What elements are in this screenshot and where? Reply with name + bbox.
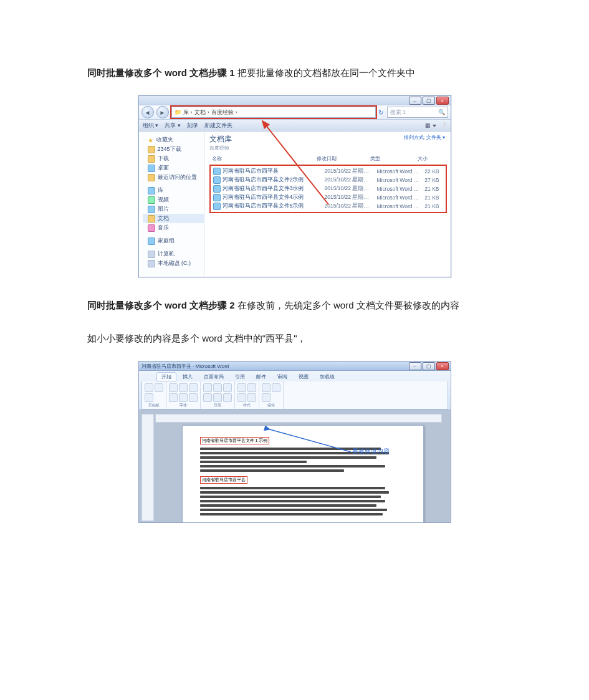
file-name: 河南省驻马店市西平县	[223, 168, 325, 175]
minimize-button[interactable]: –	[409, 97, 421, 105]
view-icon[interactable]: ▦	[425, 122, 436, 128]
nav-fav-1[interactable]: 下载	[143, 154, 204, 163]
ribbon-group-label: 剪贴板	[144, 403, 164, 408]
ribbon-tab[interactable]: 邮件	[251, 372, 271, 381]
file-date: 2015/10/22 星期…	[325, 176, 377, 184]
word-maximize-button[interactable]: ▢	[423, 362, 435, 370]
ribbon-button[interactable]	[262, 383, 271, 392]
col-type[interactable]: 类型	[370, 155, 418, 162]
nav-computer[interactable]: 计算机	[143, 249, 204, 259]
callout-label: 要被修改内容	[352, 447, 390, 456]
ribbon-tab[interactable]: 引用	[230, 372, 250, 381]
crumb-0[interactable]: 库	[183, 108, 189, 117]
ribbon-button[interactable]	[145, 393, 153, 402]
nav-lib-documents[interactable]: 文档	[143, 214, 204, 223]
ribbon-button[interactable]	[237, 383, 246, 392]
ribbon-tab[interactable]: 开始	[156, 372, 176, 381]
file-type: Microsoft Word …	[377, 177, 422, 183]
word-minimize-button[interactable]: –	[409, 362, 421, 370]
ribbon-button[interactable]	[189, 383, 198, 392]
file-type: Microsoft Word …	[377, 168, 422, 175]
newfolder-button[interactable]: 新建文件夹	[204, 122, 232, 130]
file-date: 2015/10/22 星期…	[325, 203, 377, 210]
file-size: 21 KB	[422, 186, 443, 192]
refresh-icon[interactable]: ↻	[378, 109, 385, 115]
ribbon-group: 编辑	[259, 381, 284, 409]
file-name: 河南省驻马店市西平县文件3示例	[223, 185, 325, 193]
nav-back-button[interactable]: ◄	[141, 106, 154, 118]
ribbon-group: 段落	[201, 381, 235, 409]
nav-libraries[interactable]: 库	[143, 186, 204, 195]
ribbon-button[interactable]	[247, 383, 256, 392]
ribbon-button[interactable]	[179, 393, 188, 402]
crumb-2[interactable]: 百度经验	[211, 108, 234, 117]
address-bar[interactable]: 📁 库› 文档› 百度经验›	[171, 107, 376, 118]
help-icon[interactable]: ❔	[440, 122, 447, 128]
nav-fav-2[interactable]: 桌面	[143, 163, 204, 173]
computer-icon	[148, 251, 155, 258]
col-size[interactable]: 大小	[418, 155, 446, 162]
doc-heading-2: 河南省驻马店市西平县	[200, 476, 247, 484]
ribbon-group-label: 样式	[237, 403, 257, 408]
ribbon-button[interactable]	[262, 393, 271, 402]
maximize-button[interactable]: ▢	[423, 97, 435, 105]
ribbon-body: 剪贴板字体段落样式编辑	[141, 381, 448, 410]
nav-fav-0[interactable]: 2345下载	[143, 145, 204, 154]
ribbon-button[interactable]	[223, 393, 232, 402]
burn-button[interactable]: 刻录	[187, 122, 198, 130]
col-name[interactable]: 名称	[212, 155, 317, 162]
search-input[interactable]: 搜索 1 🔍	[387, 107, 448, 118]
column-headers: 名称 修改日期 类型 大小	[204, 151, 451, 163]
ribbon-button[interactable]	[237, 393, 246, 402]
file-size: 27 KB	[422, 177, 443, 183]
file-row[interactable]: 河南省驻马店市西平县文件5示例2015/10/22 星期…Microsoft W…	[212, 202, 444, 211]
sort-dropdown[interactable]: 排列方式: 文件夹 ▾	[404, 134, 445, 141]
step1-bold: 同时批量修改多个 word 文档步骤 1	[87, 67, 235, 78]
nav-drive-c[interactable]: 本地磁盘 (C:)	[143, 259, 204, 268]
word-close-button[interactable]: ×	[436, 362, 449, 370]
ribbon-button[interactable]	[203, 393, 212, 402]
nav-lib-videos[interactable]: 视频	[143, 195, 204, 204]
word-title-text: 河南省驻马店市西平县 - Microsoft Word	[141, 363, 229, 370]
ribbon-button[interactable]	[223, 383, 232, 392]
ribbon-button[interactable]	[155, 383, 163, 392]
word-doc-icon	[213, 194, 221, 201]
word-screenshot: 河南省驻马店市西平县 - Microsoft Word – ▢ × 开始插入页面…	[138, 361, 451, 523]
ribbon-tab[interactable]: 视图	[294, 372, 314, 381]
ribbon-button[interactable]	[189, 393, 198, 402]
organize-button[interactable]: 组织 ▾	[143, 122, 159, 130]
ribbon-tab[interactable]: 加载项	[315, 372, 340, 381]
ribbon-button[interactable]	[203, 383, 212, 392]
col-date[interactable]: 修改日期	[317, 155, 370, 162]
folder-icon	[148, 155, 155, 163]
ribbon-tab[interactable]: 插入	[178, 372, 198, 381]
nav-favorites[interactable]: ★收藏夹	[143, 135, 204, 145]
file-size: 22 KB	[422, 168, 443, 175]
ribbon-button[interactable]	[145, 383, 153, 392]
nav-forward-button[interactable]: ►	[156, 106, 169, 118]
ribbon-button[interactable]	[272, 383, 280, 392]
explorer-screenshot: – ▢ × ◄ ► 📁 库› 文档› 百度经验› ↻ 搜索 1 🔍 组织 ▾ 共…	[138, 95, 451, 277]
folder-icon	[148, 146, 155, 153]
crumb-1[interactable]: 文档	[194, 108, 206, 117]
nav-lib-pictures[interactable]: 图片	[143, 204, 204, 214]
file-row[interactable]: 河南省驻马店市西平县2015/10/22 星期…Microsoft Word ……	[212, 167, 444, 176]
ribbon-button[interactable]	[213, 393, 222, 402]
step2-bold: 同时批量修改多个 word 文档步骤 2	[87, 300, 235, 310]
nav-lib-music[interactable]: 音乐	[143, 223, 204, 233]
ribbon-button[interactable]	[213, 383, 222, 392]
file-row[interactable]: 河南省驻马店市西平县文件4示例2015/10/22 星期…Microsoft W…	[212, 193, 444, 202]
ribbon-tabs: 开始插入页面布局引用邮件审阅视图加载项	[139, 371, 451, 381]
file-row[interactable]: 河南省驻马店市西平县文件2示例2015/10/22 星期…Microsoft W…	[212, 176, 444, 185]
ribbon-tab[interactable]: 审阅	[272, 372, 292, 381]
ribbon-tab[interactable]: 页面布局	[199, 372, 229, 381]
share-button[interactable]: 共享 ▾	[165, 122, 181, 130]
close-button[interactable]: ×	[436, 97, 449, 105]
ribbon-button[interactable]	[247, 393, 256, 402]
ribbon-button[interactable]	[169, 383, 178, 392]
nav-fav-3[interactable]: 最近访问的位置	[143, 173, 204, 182]
nav-homegroup[interactable]: 家庭组	[143, 236, 204, 246]
ribbon-button[interactable]	[169, 393, 178, 402]
file-row[interactable]: 河南省驻马店市西平县文件3示例2015/10/22 星期…Microsoft W…	[212, 185, 444, 193]
ribbon-button[interactable]	[179, 383, 188, 392]
